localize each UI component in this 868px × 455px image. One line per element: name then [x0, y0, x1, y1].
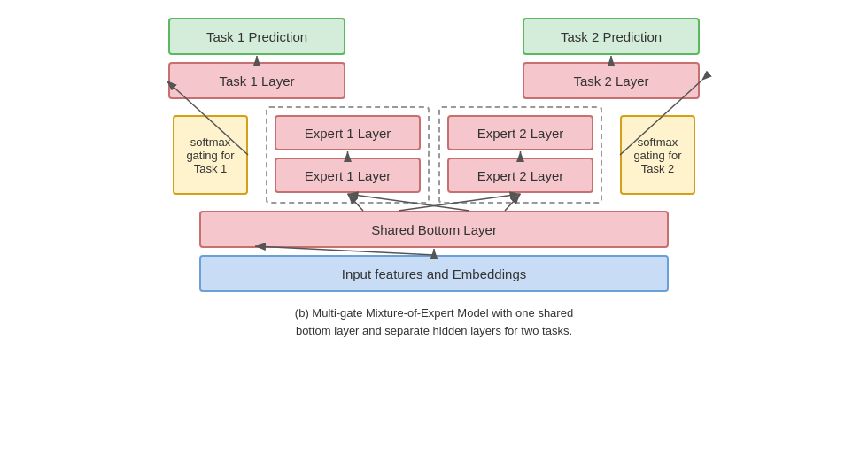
expert1-layer-bottom: Expert 1 Layer	[275, 158, 421, 193]
expert-layers-row: softmax gating for Task 1 Expert 1 Layer…	[18, 106, 850, 204]
expert2-layer-top: Expert 2 Layer	[447, 115, 593, 150]
softmax-task1-box: softmax gating for Task 1	[173, 115, 248, 195]
diagram-container: Task 1 Prediction Task 2 Prediction Task…	[18, 11, 850, 444]
expert2-dashed-group: Expert 2 Layer Expert 2 Layer	[438, 106, 602, 204]
task2-layer-box: Task 2 Layer	[523, 62, 700, 99]
task1-prediction-box: Task 1 Prediction	[168, 18, 345, 55]
task1-layer-box: Task 1 Layer	[168, 62, 345, 99]
expert1-dashed-group: Expert 1 Layer Expert 1 Layer	[266, 106, 430, 204]
task2-prediction-box: Task 2 Prediction	[523, 18, 700, 55]
input-row: Input features and Embeddings	[18, 255, 850, 292]
input-features-box: Input features and Embeddings	[199, 255, 669, 292]
softmax-task2-box: softmax gating for Task 2	[620, 115, 695, 195]
task-layers-row: Task 1 Layer Task 2 Layer	[18, 62, 850, 99]
expert2-layer-bottom: Expert 2 Layer	[447, 158, 593, 193]
shared-bottom-row: Shared Bottom Layer	[18, 211, 850, 248]
caption: (b) Multi-gate Mixture-of-Expert Model w…	[295, 305, 573, 339]
shared-bottom-box: Shared Bottom Layer	[199, 211, 669, 248]
predictions-row: Task 1 Prediction Task 2 Prediction	[18, 18, 850, 55]
expert1-layer-top: Expert 1 Layer	[275, 115, 421, 150]
